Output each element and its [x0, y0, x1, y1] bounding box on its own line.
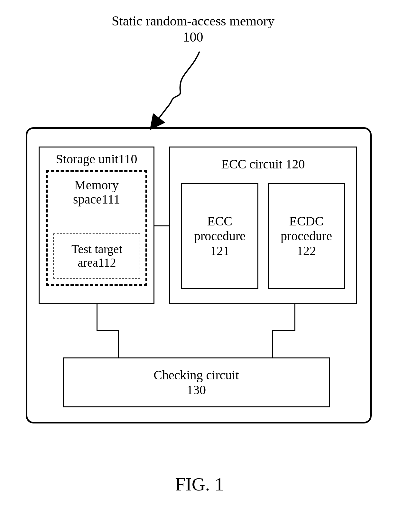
test-target-box: Test target area112: [53, 233, 140, 279]
checking-circuit-line-2: 130: [187, 383, 206, 397]
checking-circuit-line-1: Checking circuit: [153, 368, 239, 382]
diagram-title: Static random-access memory 100: [80, 13, 306, 45]
storage-unit-label: Storage unit110: [40, 151, 153, 166]
ecc-procedure-line-2: procedure: [194, 229, 246, 243]
memory-space-line-1: Memory: [74, 178, 119, 192]
ecc-procedure-line-1: ECC: [207, 214, 232, 228]
ecc-circuit-label: ECC circuit 120: [170, 157, 356, 172]
ecdc-procedure-line-2: procedure: [281, 229, 332, 243]
title-line-1: Static random-access memory: [80, 13, 306, 29]
storage-unit-box: Storage unit110 Memory space111 Test tar…: [39, 147, 154, 304]
test-target-line-2: area112: [78, 256, 116, 269]
connector-storage-down-2: [118, 330, 119, 357]
memory-space-box: Memory space111 Test target area112: [46, 170, 147, 286]
sram-outer-box: Storage unit110 Memory space111 Test tar…: [26, 127, 372, 423]
diagram-canvas: Static random-access memory 100 Storage …: [0, 0, 399, 532]
pointer-arrow-icon: [135, 48, 212, 129]
ecdc-procedure-box: ECDC procedure 122: [268, 183, 345, 289]
connector-storage-down-1: [97, 304, 97, 330]
ecc-procedure-line-3: 121: [210, 243, 229, 258]
test-target-line-1: Test target: [71, 242, 122, 256]
ecc-circuit-box: ECC circuit 120 ECC procedure 121 ECDC p…: [169, 147, 357, 304]
checking-circuit-box: Checking circuit 130: [63, 357, 330, 407]
ecdc-procedure-line-1: ECDC: [289, 214, 324, 228]
figure-caption: FIG. 1: [0, 473, 399, 495]
connector-ecc-down-1: [294, 304, 295, 330]
ecc-procedure-box: ECC procedure 121: [181, 183, 258, 289]
title-line-2: 100: [80, 29, 306, 45]
connector-ecc-down-2: [272, 330, 273, 357]
memory-space-line-2: space111: [73, 192, 120, 206]
ecdc-procedure-line-3: 122: [297, 243, 316, 258]
connector-storage-step: [97, 330, 119, 331]
memory-space-label: Memory space111: [48, 178, 145, 206]
connector-ecc-step: [272, 330, 295, 331]
connector-storage-to-ecc: [154, 225, 169, 226]
